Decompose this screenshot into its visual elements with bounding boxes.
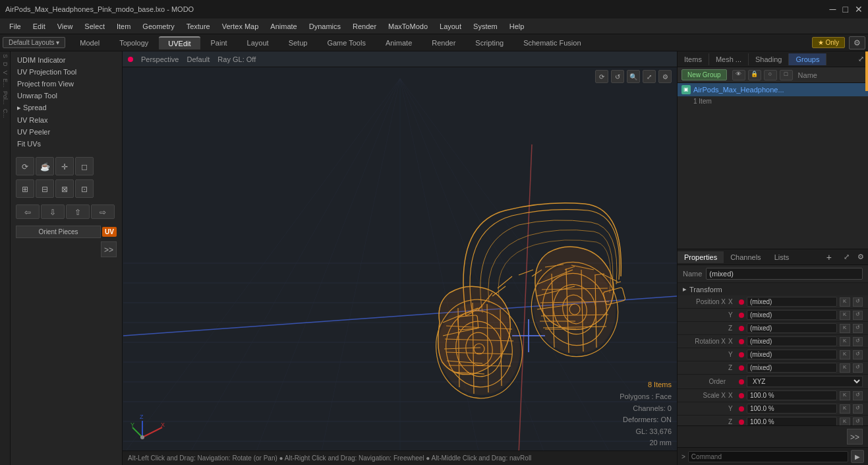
command-input[interactable]: [688, 451, 848, 462]
tab-uvedit[interactable]: UVEdit: [159, 36, 200, 49]
tab-animate[interactable]: Animate: [376, 37, 421, 49]
command-run-btn[interactable]: ▶: [851, 450, 864, 463]
viewport-3d-content[interactable]: [123, 67, 677, 465]
pos-anim-z[interactable]: K: [840, 324, 850, 333]
tool-uv-peeler[interactable]: UV Peeler: [13, 126, 119, 138]
pos-reset-x[interactable]: ↺: [853, 297, 863, 307]
letter-btn-p[interactable]: Pol...: [2, 91, 9, 105]
tab-schematic[interactable]: Schematic Fusion: [514, 37, 590, 49]
prop-expand-btn[interactable]: ⤢: [840, 251, 854, 263]
pos-anim-x[interactable]: K: [840, 297, 850, 307]
prop-nav-btn[interactable]: >>: [847, 429, 863, 445]
letter-btn-v[interactable]: V: [2, 71, 9, 75]
rot-anim-x[interactable]: K: [840, 337, 850, 346]
tab-model[interactable]: Model: [71, 37, 109, 49]
menu-texture[interactable]: Texture: [181, 21, 216, 32]
settings-btn[interactable]: ⚙: [849, 36, 865, 49]
scale-reset-x[interactable]: ↺: [853, 391, 863, 400]
scale-reset-z[interactable]: ↺: [853, 418, 863, 426]
prop-tab-channels[interactable]: Channels: [724, 251, 767, 263]
tab-mesh[interactable]: Mesh ...: [709, 53, 749, 65]
group-action-eye[interactable]: 👁: [732, 70, 745, 80]
star-only-btn[interactable]: ★ Only: [812, 37, 845, 48]
prop-tab-properties[interactable]: Properties: [678, 251, 724, 263]
tool-spread[interactable]: ▸ Spread: [13, 102, 119, 114]
tab-setup[interactable]: Setup: [279, 37, 317, 49]
arrow-right-up-btn[interactable]: ⇧: [66, 204, 90, 219]
menu-help[interactable]: Help: [504, 21, 530, 32]
scale-value-x[interactable]: [747, 390, 837, 400]
scale-value-z[interactable]: [747, 417, 837, 425]
prop-settings-btn[interactable]: ⚙: [854, 251, 868, 263]
layout-preset[interactable]: Default Layouts ▾: [3, 37, 65, 48]
tab-scripting[interactable]: Scripting: [466, 37, 513, 49]
menu-item[interactable]: Item: [111, 21, 136, 32]
viewport-preset[interactable]: Default: [187, 55, 210, 63]
menu-edit[interactable]: Edit: [28, 21, 51, 32]
scale-value-y[interactable]: [747, 404, 837, 414]
expand-panel-btn[interactable]: >>: [101, 241, 117, 257]
pos-value-x[interactable]: [747, 297, 837, 307]
tab-game-tools[interactable]: Game Tools: [318, 37, 375, 49]
close-btn[interactable]: ✕: [855, 4, 863, 15]
viewport[interactable]: Perspective Default Ray GL: Off ⟳ ↺ 🔍 ⤢ …: [123, 51, 677, 465]
group-row-1[interactable]: ▣ AirPods_Max_Headphone...: [678, 83, 868, 96]
tab-topology[interactable]: Topology: [110, 37, 158, 49]
menu-render[interactable]: Render: [347, 21, 382, 32]
arrow-right-btn[interactable]: ⇨: [91, 204, 115, 219]
menu-animate[interactable]: Animate: [265, 21, 302, 32]
pos-anim-y[interactable]: K: [840, 311, 850, 320]
menu-maxtomodo[interactable]: MaxToModo: [383, 21, 433, 32]
rot-anim-y[interactable]: K: [840, 350, 850, 359]
scale-anim-x[interactable]: K: [840, 391, 850, 400]
prop-add-btn[interactable]: +: [821, 251, 837, 264]
letter-btn-e[interactable]: E...: [2, 78, 9, 88]
tool-icon-2[interactable]: ☕: [36, 157, 54, 175]
menu-select[interactable]: Select: [79, 21, 110, 32]
scale-anim-y[interactable]: K: [840, 404, 850, 414]
arrow-down-btn[interactable]: ⇩: [41, 204, 65, 219]
prop-name-input[interactable]: [706, 268, 863, 280]
tool-icon-4[interactable]: ◻: [75, 157, 94, 175]
tool-udim[interactable]: UDIM Indicator: [13, 54, 119, 66]
rot-reset-y[interactable]: ↺: [853, 350, 863, 359]
viewport-render[interactable]: Ray GL: Off: [217, 55, 256, 63]
menu-layout[interactable]: Layout: [434, 21, 467, 32]
order-select[interactable]: XYZ XZY YXZ YZX ZXY ZYX: [747, 376, 863, 387]
tab-paint[interactable]: Paint: [202, 37, 237, 49]
tool-project-view[interactable]: Project from View: [13, 78, 119, 90]
tab-groups[interactable]: Groups: [789, 53, 826, 65]
menu-file[interactable]: File: [4, 21, 26, 32]
group-action-lock[interactable]: 🔒: [748, 70, 761, 80]
maximize-btn[interactable]: □: [843, 4, 848, 15]
tab-items[interactable]: Items: [678, 53, 709, 65]
pos-reset-z[interactable]: ↺: [853, 324, 863, 333]
tool-icon-8[interactable]: ⊡: [75, 179, 94, 198]
tool-icon-7[interactable]: ⊠: [55, 179, 74, 198]
rot-reset-z[interactable]: ↺: [853, 363, 863, 373]
pos-value-z[interactable]: [747, 323, 837, 333]
group-action-extra[interactable]: □: [780, 70, 793, 80]
tab-shading[interactable]: Shading: [749, 53, 789, 65]
letter-btn-s[interactable]: S: [2, 54, 9, 58]
letter-btn-d[interactable]: D: [2, 62, 9, 67]
rot-value-x[interactable]: [747, 336, 837, 346]
rot-value-y[interactable]: [747, 350, 837, 359]
tab-render[interactable]: Render: [422, 37, 465, 49]
scale-reset-y[interactable]: ↺: [853, 404, 863, 414]
menu-dynamics[interactable]: Dynamics: [304, 21, 346, 32]
group-action-render[interactable]: ○: [764, 70, 777, 80]
tool-icon-5[interactable]: ⊞: [16, 179, 34, 198]
tool-fit-uvs[interactable]: Fit UVs: [13, 138, 119, 150]
letter-btn-c[interactable]: C...: [2, 109, 9, 118]
tool-icon-3[interactable]: ✛: [55, 157, 74, 175]
minimize-btn[interactable]: ─: [830, 4, 836, 15]
arrow-left-btn[interactable]: ⇦: [16, 204, 40, 219]
rot-reset-x[interactable]: ↺: [853, 337, 863, 346]
tab-layout[interactable]: Layout: [238, 37, 278, 49]
new-group-btn[interactable]: New Group: [681, 69, 727, 80]
orient-pieces-btn[interactable]: Orient Pieces: [16, 226, 101, 238]
prop-transform-section[interactable]: ▸ Transform: [678, 283, 868, 295]
tool-icon-1[interactable]: ⟳: [16, 157, 34, 175]
tool-uv-relax[interactable]: UV Relax: [13, 114, 119, 126]
